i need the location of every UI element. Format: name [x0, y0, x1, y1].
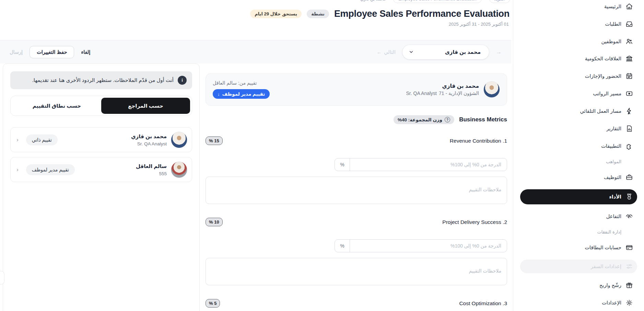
help-icon[interactable]: ? [445, 117, 450, 122]
toolbar: → محمد بن قازى التالي ← إلغاء حفظ التغيي… [0, 40, 511, 63]
item-title: 1. Revenue Contribution [450, 138, 507, 144]
chevron-left-icon: ‹ [389, 0, 390, 1]
avatar [483, 81, 500, 98]
breadcrumb: المزيد ‹ Employee Sales Performance Eval… [360, 0, 510, 3]
evaluation-item: 3. Cost Optimization 5 % % [206, 299, 507, 311]
due-date-badge: يستحق خلال 29 ايام [250, 10, 302, 18]
info-note-text: أنت أول من قدّم الملاحظات. ستظهر الردود … [32, 76, 174, 84]
sidebar-item-apps[interactable]: التطبيقات [520, 141, 637, 152]
bank-icon [625, 55, 633, 62]
sidebar-item-engagement[interactable]: التفاعل [520, 211, 637, 222]
section-header: Business Metrics ? وزن المجموعة: 40% [206, 115, 507, 124]
tab-by-reviewer[interactable]: حسب المراجع [101, 98, 190, 114]
notes-textarea[interactable] [206, 177, 507, 204]
sidebar-item-performance[interactable]: الأداء [520, 189, 637, 204]
item-title: 3. Cost Optimization [459, 300, 507, 307]
reviewer-tabs: حسب المراجع حسب نطاق التقييم [10, 96, 192, 116]
breadcrumb-more-pill[interactable]: المزيد [489, 0, 510, 3]
tab-by-evaluation-scope[interactable]: حسب نطاق التقييم [12, 98, 101, 114]
evaluation-item: 2. Project Delivery Success 10 % % [206, 218, 507, 287]
employee-summary-card: محمد بن قازي الشؤون الإدارية - 71 Sr. QA… [206, 73, 507, 106]
handshake-icon [625, 213, 633, 220]
sliders-icon [625, 263, 633, 270]
credit-card-icon [625, 244, 633, 251]
evaluated-by-label: تقييم من: سالم العاقل [213, 80, 257, 86]
cancel-button[interactable]: إلغاء [81, 49, 90, 55]
employee-name: محمد بن قازي [406, 83, 479, 89]
score-input-group: % [335, 239, 507, 252]
reviewer-name: سالم العاقل [136, 163, 167, 169]
avatar [171, 132, 187, 148]
sidebar-item-card-accounts[interactable]: حسابات البطاقات [520, 242, 637, 253]
sidebar-item-reports[interactable]: التقارير [520, 123, 637, 134]
sidebar-item-refer-and-earn[interactable]: رشّح واربح [520, 280, 637, 291]
chevron-left-icon: ‹ [485, 0, 486, 1]
users-icon [625, 38, 633, 45]
sidebar-section-expense-management: إدارة النفقات [520, 228, 637, 236]
calendar-icon [625, 72, 633, 80]
toolbar-actions-group: إلغاء حفظ التغييرات إرسال [10, 46, 90, 58]
sidebar-item-home[interactable]: الرئيسية [520, 1, 637, 12]
send-button[interactable]: إرسال [10, 49, 23, 55]
app-screen: المزيد ‹ Employee Sales Performance Eval… [0, 0, 644, 311]
evaluation-item: 1. Revenue Contribution 15 % % [206, 136, 507, 205]
item-weight-badge: 5 % [206, 299, 220, 308]
sidebar-item-employees[interactable]: الموظفين [520, 36, 637, 47]
previous-arrow-icon[interactable]: → [496, 49, 502, 56]
reviewer-name: محمد بن قازي [131, 133, 167, 140]
chevron-left-icon[interactable]: ‹ [16, 136, 19, 143]
section-title: Business Metrics [459, 116, 507, 123]
sidebar-item-requests[interactable]: الطلبات [520, 19, 637, 29]
next-arrow-icon: ← [377, 49, 382, 55]
puzzle-icon [625, 142, 633, 150]
reviewer-card-manager[interactable]: سالم العاقل 555 تقييم مدير لموظف ‹ [10, 157, 192, 182]
home-icon [625, 3, 633, 10]
review-type-badge: تقييم مدير لموظف [26, 164, 75, 175]
medal-icon [625, 193, 633, 201]
sidebar-item-travel-settings[interactable]: إعدادات السفر [520, 260, 637, 273]
chevron-left-icon[interactable]: ‹ [16, 166, 19, 173]
info-icon: i [178, 76, 187, 85]
item-weight-badge: 10 % [206, 218, 223, 226]
percent-suffix: % [335, 158, 350, 171]
sidebar-item-workflow[interactable]: A مسار العمل التلقائي [520, 106, 637, 117]
breadcrumb-employee[interactable]: محمد بن قازي [360, 0, 386, 1]
briefcase-icon [625, 174, 633, 181]
svg-text:A: A [629, 112, 631, 115]
report-icon [625, 125, 633, 132]
percent-suffix: % [335, 240, 350, 252]
chevron-down-icon [409, 49, 414, 55]
breadcrumb-current-pill[interactable]: Employee Sales Performance Evaluation [393, 0, 481, 3]
page-header: Employee Sales Performance Evaluation نش… [0, 0, 510, 40]
reviewers-panel: i أنت أول من قدّم الملاحظات. ستظهر الردو… [3, 63, 200, 311]
sidebar-item-recruitment[interactable]: التوظيف [520, 172, 637, 183]
notes-textarea[interactable] [206, 258, 507, 285]
score-input[interactable] [350, 158, 507, 171]
score-input[interactable] [350, 240, 507, 252]
payroll-icon [625, 90, 633, 97]
workflow-icon: A [625, 107, 633, 115]
gear-icon [625, 299, 633, 307]
sidebar-item-government-relations[interactable]: العلاقات الحكومية [520, 53, 637, 64]
panel-collapse-handle[interactable] [0, 271, 4, 285]
reviewer-role: Sr. QA Analyst [131, 141, 167, 146]
gift-icon [625, 282, 633, 289]
review-type-badge: تقييم ذاتي [26, 134, 58, 145]
sidebar-item-payroll[interactable]: مسير الرواتب [520, 88, 637, 99]
sidebar-item-attendance-leaves[interactable]: الحضور والإجازات [520, 71, 637, 82]
reviewer-card-self[interactable]: محمد بن قازي Sr. QA Analyst تقييم ذاتي ‹ [10, 127, 192, 152]
save-changes-button[interactable]: حفظ التغييرات [30, 46, 74, 58]
inbox-icon [625, 20, 633, 28]
first-feedback-info-box: i أنت أول من قدّم الملاحظات. ستظهر الردو… [10, 71, 192, 89]
review-type-pill[interactable]: تقييم مدير لموظف ↓ [213, 89, 270, 99]
sidebar-section-talents: المواهب [520, 158, 637, 165]
evaluation-form: محمد بن قازي الشؤون الإدارية - 71 Sr. QA… [206, 63, 507, 311]
next-button[interactable]: التالي ← [377, 49, 396, 55]
sidebar-item-settings[interactable]: الإعدادات [520, 297, 637, 308]
group-weight-pill: ? وزن المجموعة: 40% [394, 115, 454, 124]
employee-meta: الشؤون الإدارية - 71 Sr. QA Analyst [406, 91, 479, 96]
reviewer-role: 555 [136, 171, 167, 176]
item-weight-badge: 15 % [206, 136, 223, 145]
employee-select-dropdown[interactable]: محمد بن قازى [402, 45, 489, 59]
avatar [171, 162, 187, 178]
